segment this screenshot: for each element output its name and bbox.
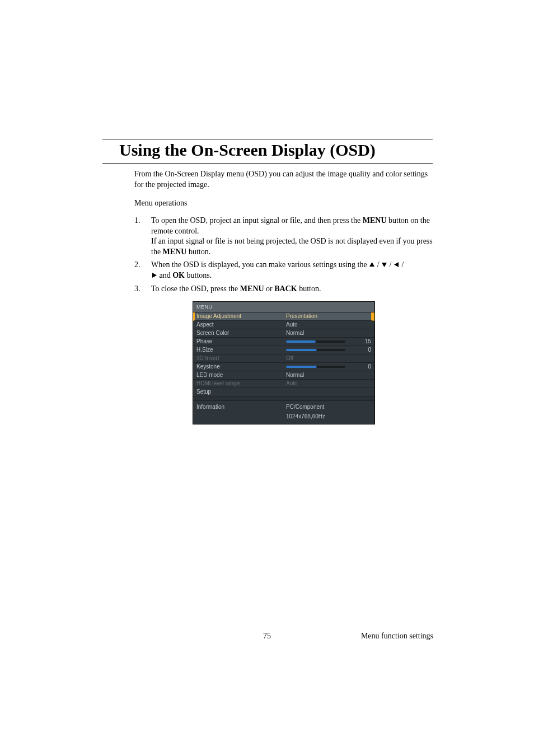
osd-row-3d-invert: 3D Invert Off	[193, 354, 374, 363]
text: When the OSD is displayed, you can make …	[151, 260, 369, 269]
step-body: To open the OSD, project an input signal…	[151, 216, 433, 258]
section-heading-box: Using the On-Screen Display (OSD)	[102, 139, 433, 164]
osd-spacer	[193, 396, 374, 401]
osd-row-label: H.Size	[196, 346, 286, 354]
steps-list: 1. To open the OSD, project an input sig…	[134, 216, 433, 295]
step-body: When the OSD is displayed, you can make …	[151, 260, 433, 281]
osd-row-number: 0	[350, 346, 371, 354]
step-number: 3.	[134, 284, 151, 295]
osd-row-hdmi-level-range: HDMI level range Auto	[193, 380, 374, 388]
osd-information-row-2: 1024x768,60Hz	[193, 412, 374, 424]
osd-row-label: Image Adjustment	[196, 312, 286, 320]
back-keyword: BACK	[274, 284, 297, 293]
text: and	[160, 271, 173, 279]
menu-keyword: MENU	[240, 284, 264, 293]
osd-row-value: Auto	[286, 380, 371, 388]
step-2: 2. When the OSD is displayed, you can ma…	[134, 260, 433, 281]
svg-marker-0	[369, 262, 374, 267]
menu-operations-label: Menu operations	[134, 198, 433, 209]
osd-row-label: Setup	[196, 388, 286, 396]
menu-keyword: MENU	[363, 216, 387, 225]
up-arrow-icon	[369, 260, 375, 271]
down-arrow-icon	[381, 260, 387, 271]
osd-row-label: Aspect	[196, 321, 286, 329]
osd-row-keystone[interactable]: Keystone 0	[193, 363, 374, 371]
osd-slider[interactable]	[286, 340, 345, 343]
osd-row-setup[interactable]: Setup	[193, 388, 374, 396]
step-number: 2.	[134, 260, 151, 281]
svg-marker-2	[394, 262, 399, 267]
osd-slider[interactable]	[286, 366, 345, 368]
ok-keyword: OK	[172, 271, 185, 279]
osd-row-value: Off	[286, 354, 371, 362]
step-1: 1. To open the OSD, project an input sig…	[134, 216, 433, 258]
step-body: To close the OSD, press the MENU or BACK…	[151, 284, 433, 295]
osd-row-number: 15	[350, 338, 371, 346]
osd-row-label: Keystone	[196, 363, 286, 371]
osd-row-value: Auto	[286, 321, 371, 329]
text: To open the OSD, project an input signal…	[151, 216, 363, 225]
osd-row-label: Phase	[196, 338, 286, 346]
osd-row-hsize[interactable]: H.Size 0	[193, 346, 374, 354]
osd-row-led-mode[interactable]: LED mode Normal	[193, 371, 374, 380]
menu-keyword: MENU	[163, 248, 187, 256]
osd-menu: MENU Image Adjustment Presentation Aspec…	[193, 301, 375, 424]
osd-row-label: LED mode	[196, 371, 286, 379]
text: button.	[186, 248, 210, 256]
osd-row-value: Presentation	[286, 312, 371, 320]
osd-row-screen-color[interactable]: Screen Color Normal	[193, 329, 374, 338]
text: buttons.	[185, 271, 212, 279]
osd-info-value: PC/Component	[286, 403, 324, 411]
text: To close the OSD, press the	[151, 284, 240, 293]
text: button.	[297, 284, 321, 293]
osd-row-image-adjustment[interactable]: Image Adjustment Presentation	[193, 312, 374, 321]
osd-row-number: 0	[350, 363, 371, 371]
left-arrow-icon	[394, 260, 400, 271]
svg-marker-3	[152, 273, 157, 278]
osd-title: MENU	[193, 302, 374, 312]
right-arrow-icon	[151, 271, 157, 282]
osd-information-row: Information PC/Component	[193, 401, 374, 412]
osd-row-aspect[interactable]: Aspect Auto	[193, 321, 374, 329]
osd-info-value: 1024x768,60Hz	[286, 413, 325, 419]
body-content: From the On-Screen Display menu (OSD) yo…	[134, 169, 433, 424]
osd-row-label: HDMI level range	[196, 380, 286, 388]
text: or	[264, 284, 275, 293]
page-number: 75	[263, 632, 271, 641]
osd-row-phase[interactable]: Phase 15	[193, 338, 374, 346]
osd-row-label: 3D Invert	[196, 354, 286, 362]
osd-row-label: Screen Color	[196, 329, 286, 337]
step-number: 1.	[134, 216, 151, 258]
section-heading: Using the On-Screen Display (OSD)	[119, 141, 428, 160]
osd-slider[interactable]	[286, 349, 345, 351]
osd-row-value: Normal	[286, 329, 371, 337]
intro-paragraph: From the On-Screen Display menu (OSD) yo…	[134, 169, 433, 190]
osd-row-value: Normal	[286, 371, 371, 379]
svg-marker-1	[382, 263, 387, 267]
footer-section-label: Menu function settings	[361, 632, 433, 641]
osd-info-label: Information	[196, 403, 286, 411]
step-3: 3. To close the OSD, press the MENU or B…	[134, 284, 433, 295]
